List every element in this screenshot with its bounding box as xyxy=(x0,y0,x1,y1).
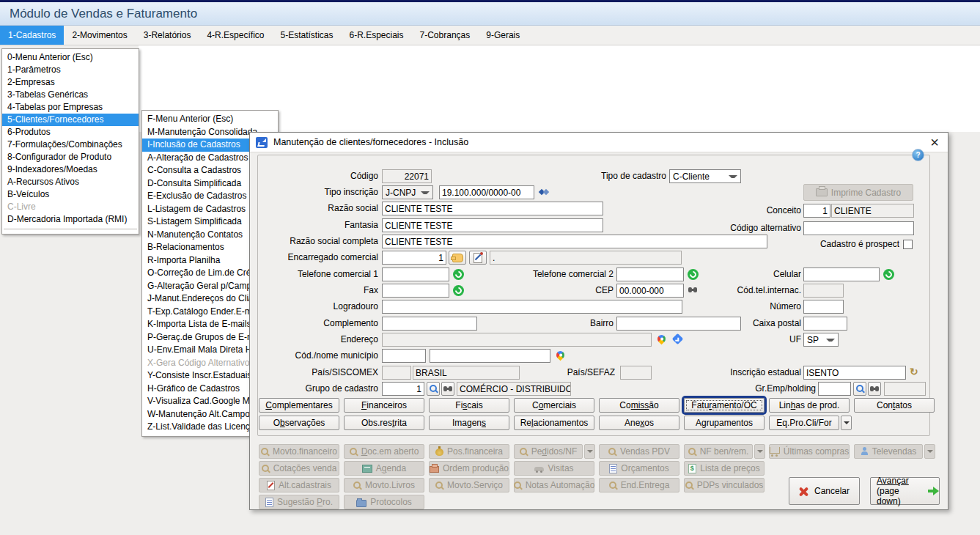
tipo-cadastro-select[interactable]: C-Cliente xyxy=(669,169,741,183)
encarregado-pick-button[interactable] xyxy=(449,251,466,265)
uf-select[interactable]: SP xyxy=(803,333,839,347)
sugestao-pro-button[interactable]: Sugestão Pro. xyxy=(259,495,339,509)
ordem-producao-button[interactable]: Ordem produção xyxy=(429,461,509,476)
nf-ben-rem-dropdown-button[interactable] xyxy=(754,444,765,459)
razao-completa-field[interactable]: CLIENTE TESTE xyxy=(382,235,767,248)
menu2-item-menu-anterior[interactable]: F-Menu Anterior (Esc) xyxy=(142,113,278,126)
cancelar-button[interactable]: Cancelar xyxy=(789,477,860,505)
lista-de-precos-button[interactable]: Lista de preços xyxy=(684,461,765,476)
end-entrega-button[interactable]: End.Entrega xyxy=(599,478,679,492)
televendas-button[interactable]: Televendas xyxy=(854,444,923,459)
inscricao-estadual-field[interactable]: ISENTO xyxy=(803,366,906,380)
logradouro-field[interactable] xyxy=(382,300,682,314)
municipio-nome-field[interactable] xyxy=(430,349,550,363)
orcamentos-button[interactable]: Orçamentos xyxy=(599,461,679,476)
menu-tab-movimentos[interactable]: 2-Movimentos xyxy=(64,26,135,45)
sync-icon[interactable] xyxy=(910,366,920,377)
menu1-item-indexadores[interactable]: 9-Indexadores/Moedas xyxy=(2,163,139,176)
tab-anexos[interactable]: Anexos xyxy=(599,416,679,430)
pdps-vinculados-button[interactable]: PDPs vinculados xyxy=(684,478,765,492)
cep-field[interactable]: 00.000-000 xyxy=(616,284,684,298)
menu1-item-menu-anterior[interactable]: 0-Menu Anterior (Esc) xyxy=(2,51,139,64)
whatsapp-icon-fax[interactable] xyxy=(453,285,464,296)
gremp-search-button[interactable] xyxy=(853,382,866,396)
menu-tab-r-especifico[interactable]: 4-R.Específico xyxy=(199,26,272,45)
encarregado-edit-button[interactable] xyxy=(469,251,487,265)
menu1-item-tabelas-genericas[interactable]: 3-Tabelas Genéricas xyxy=(2,89,139,101)
tab-complementares[interactable]: Complementares xyxy=(259,398,339,413)
tab-agrupamentos[interactable]: Agrupamentos xyxy=(684,416,765,430)
razao-social-field[interactable]: CLIENTE TESTE xyxy=(382,202,603,215)
numero-field[interactable] xyxy=(803,300,844,314)
menu1-item-produtos[interactable]: 6-Produtos xyxy=(2,126,139,139)
caixa-postal-field[interactable] xyxy=(803,317,847,331)
menu1-item-mercadoria-importada[interactable]: D-Mercadoria Importada (RMI) xyxy=(2,213,139,226)
tab-linhas-de-prod[interactable]: Linhas de prod. xyxy=(769,398,850,413)
menu-tab-r-especiais[interactable]: 6-R.Especiais xyxy=(342,26,412,45)
municipio-cod-field[interactable] xyxy=(382,349,426,363)
receita-federal-icon[interactable] xyxy=(539,188,549,196)
gremp-binoculars-button[interactable] xyxy=(868,382,881,396)
tab-fiscais[interactable]: Fiscais xyxy=(429,398,509,413)
fantasia-field[interactable]: CLIENTE TESTE xyxy=(382,218,603,232)
imprime-cadastro-button[interactable]: Imprime Cadastro xyxy=(803,184,913,201)
tab-eq-pro-cli-for[interactable]: Eq.Pro.Cli/For xyxy=(769,416,839,430)
fax-field[interactable] xyxy=(382,284,449,298)
movto-livros-button[interactable]: Movto.Livros xyxy=(344,478,424,492)
menu1-item-formulacoes[interactable]: 7-Formulações/Combinações xyxy=(2,139,139,151)
tab-comerciais[interactable]: Comerciais xyxy=(514,398,594,413)
pedidos-nf-button[interactable]: Pedidos/NF xyxy=(514,444,583,459)
pedidos-nf-dropdown-button[interactable] xyxy=(584,444,595,459)
tab-observacoes[interactable]: Observações xyxy=(259,416,339,430)
alt-cadastrais-button[interactable]: Alt.cadastrais xyxy=(259,478,339,492)
help-icon[interactable] xyxy=(912,149,924,161)
grupo-search-button[interactable] xyxy=(427,382,440,396)
celular-field[interactable] xyxy=(803,268,880,281)
grupo-binoculars-button[interactable] xyxy=(441,382,454,396)
tipo-inscricao-select[interactable]: J-CNPJ xyxy=(382,185,433,199)
pos-financeira-button[interactable]: Pos.financeira xyxy=(429,444,509,459)
menu1-item-empresas[interactable]: 2-Empresas xyxy=(2,76,139,89)
encarregado-num-field[interactable]: 1 xyxy=(382,251,446,265)
cotacoes-venda-button[interactable]: Cotações venda xyxy=(259,461,339,476)
menu-tab-cobrancas[interactable]: 7-Cobranças xyxy=(412,26,479,45)
notas-automacao-button[interactable]: Notas Automação xyxy=(514,478,594,492)
menu-tab-cadastros[interactable]: 1-Cadastros xyxy=(0,26,64,45)
menu1-item-tabelas-empresas[interactable]: 4-Tabelas por Empresas xyxy=(2,101,139,114)
agenda-button[interactable]: Agenda xyxy=(344,461,424,476)
televendas-dropdown-button[interactable] xyxy=(924,444,935,459)
tel2-field[interactable] xyxy=(616,268,684,281)
complemento-field[interactable] xyxy=(382,317,477,331)
tab-imagens[interactable]: Imagens xyxy=(429,416,509,430)
tab-obs-restrita[interactable]: Obs.restrita xyxy=(344,416,424,430)
gremp-num-field[interactable] xyxy=(818,382,851,396)
tab-relacionamentos[interactable]: Relacionamentos xyxy=(514,416,594,430)
cnpj-field[interactable]: 19.100.000/0000-00 xyxy=(439,185,534,199)
menu1-item-clientes-fornecedores[interactable]: 5-Clientes/Fornecedores xyxy=(2,114,139,126)
visitas-button[interactable]: Visitas xyxy=(514,461,594,476)
eq-pro-dropdown-button[interactable] xyxy=(841,416,852,430)
tab-comissao[interactable]: Comissão xyxy=(599,398,679,413)
nf-ben-rem-button[interactable]: NF ben/rem. xyxy=(684,444,753,459)
protocolos-button[interactable]: Protocolos xyxy=(344,495,424,509)
whatsapp-icon-celular[interactable] xyxy=(883,269,894,280)
tab-faturamento-oc[interactable]: Faturamento/OC xyxy=(684,398,765,413)
menu1-item-parametros[interactable]: 1-Parâmetros xyxy=(2,64,139,76)
menu-tab-relatorios[interactable]: 3-Relatórios xyxy=(136,26,199,45)
movto-servico-button[interactable]: Movto.Serviço xyxy=(429,478,509,492)
doc-em-aberto-button[interactable]: Doc.em aberto xyxy=(344,444,424,459)
codigo-alternativo-field[interactable] xyxy=(803,221,914,235)
prospect-checkbox[interactable] xyxy=(903,240,913,249)
menu-tab-estatisticas[interactable]: 5-Estatísticas xyxy=(272,26,341,45)
tel1-field[interactable] xyxy=(382,268,449,281)
vendas-pdv-button[interactable]: Vendas PDV xyxy=(599,444,679,459)
grupo-num-field[interactable]: 1 xyxy=(382,382,424,396)
tab-contatos[interactable]: Contatos xyxy=(854,398,935,413)
menu1-item-configurador[interactable]: 8-Configurador de Produto xyxy=(2,151,139,163)
menu1-item-veiculos[interactable]: B-Veículos xyxy=(2,188,139,201)
close-icon[interactable] xyxy=(930,135,939,150)
ultimas-compras-button[interactable]: Últimas compras xyxy=(769,444,850,459)
conceito-num-field[interactable]: 1 xyxy=(803,204,830,218)
menu-tab-gerais[interactable]: 9-Gerais xyxy=(478,26,528,45)
whatsapp-icon-tel1[interactable] xyxy=(453,269,464,280)
